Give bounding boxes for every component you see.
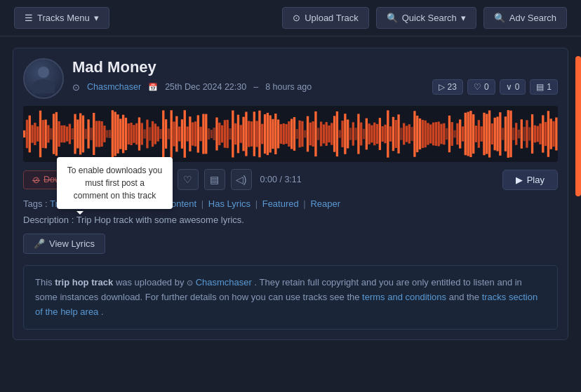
comment-icon: ▤ [536,82,544,92]
comment-btn-icon: ▤ [210,174,219,185]
tag-sep-3: | [201,198,203,209]
waveform-canvas[interactable] [23,106,558,162]
comment-button[interactable]: ▤ [204,169,225,190]
lyrics-icon: 🎤 [34,238,45,249]
tag-sep-4: | [255,198,258,209]
plays-badge: ▷ 23 [432,79,463,95]
tag-lyrics[interactable]: Has Lyrics [208,198,251,209]
copyright-user-link[interactable]: Chasmchaser [196,277,252,288]
downloads-badge: ∨ 0 [500,79,526,95]
time-display: 0:00 / 3:11 [260,175,302,184]
upload-track-button[interactable]: ⊙ Upload Track [282,7,369,29]
user-icon: ⊙ [72,82,80,93]
play-icon: ▷ [439,82,445,92]
likes-count: 0 [484,82,489,92]
copyright-text-5: . [101,306,104,317]
track-title: Mad Money [72,58,558,76]
time-current: 0:00 [260,175,277,184]
tags-prefix: Tags : [23,198,50,209]
copyright-text-2: was uploaded by [116,277,187,288]
adv-search-icon: 🔍 [494,13,505,23]
view-lyrics-button[interactable]: 🎤 View Lyrics [23,234,105,254]
adv-search-button[interactable]: 🔍 Adv Search [483,7,567,29]
tag-featured[interactable]: Featured [262,198,299,209]
track-date: 25th Dec 2024 22:30 [165,82,246,92]
volume-button[interactable]: ◁) [231,169,252,190]
likes-badge: ♡ 0 [467,79,495,95]
track-stats: ▷ 23 ♡ 0 ∨ 0 ▤ 1 [432,79,558,95]
heart-btn-icon: ♡ [183,174,192,185]
plays-count: 23 [448,82,457,92]
chevron-down-icon-search: ▾ [461,13,466,23]
copyright-text-1: This [35,277,55,288]
terms-conditions-link[interactable]: terms and conditions [362,292,446,302]
hamburger-icon: ☰ [25,13,33,23]
download-icon: ∨ [506,82,512,92]
heart-icon: ♡ [474,82,481,92]
tag-sep-5: | [303,198,305,209]
download-tooltip: To enable downloads you must first post … [57,157,173,209]
track-avatar [23,58,64,99]
comments-count: 1 [547,82,552,92]
tracks-menu-label: Tracks Menu [37,13,90,23]
track-header: Mad Money ⊙ Chasmchaser 📅 25th Dec 2024 … [23,58,558,99]
scroll-indicator[interactable] [575,56,581,196]
track-separator: – [253,82,258,92]
adv-search-label: Adv Search [509,13,556,23]
track-meta: ⊙ Chasmchaser 📅 25th Dec 2024 22:30 – 8 … [72,79,558,95]
play-button[interactable]: ▶ Play [502,170,558,190]
track-card: To enable downloads you must first post … [13,48,568,340]
calendar-icon: 📅 [148,83,158,92]
volume-icon: ◁) [236,174,247,185]
downloads-count: 0 [515,82,520,92]
track-description: Description : Trip Hop track with some a… [23,215,558,225]
download-btn-icon: ⊘ [32,175,40,185]
tooltip-text: To enable downloads you must first post … [67,165,162,201]
chevron-down-icon: ▾ [94,13,99,23]
copyright-box: This trip hop track was uploaded by ⊙ Ch… [23,265,558,330]
track-info: Mad Money ⊙ Chasmchaser 📅 25th Dec 2024 … [72,58,558,95]
track-user-link[interactable]: Chasmchaser [87,82,141,92]
tag-reaper[interactable]: Reaper [310,198,340,209]
avatar-image [25,60,62,97]
upload-label: Upload Track [305,13,359,23]
quick-search-button[interactable]: 🔍 Quick Search ▾ [376,7,476,29]
quick-search-label: Quick Search [402,13,457,23]
copyright-user-icon: ⊙ [187,278,193,287]
track-time-ago: 8 hours ago [265,82,312,92]
copyright-bold: trip hop track [55,277,113,288]
tracks-menu-button[interactable]: ☰ Tracks Menu ▾ [14,7,109,29]
main-content: To enable downloads you must first post … [0,36,581,351]
play-btn-icon: ▶ [516,175,523,185]
comments-badge: ▤ 1 [530,79,558,95]
upload-icon: ⊙ [293,13,300,23]
header-right-buttons: ⊙ Upload Track 🔍 Quick Search ▾ 🔍 Adv Se… [282,7,567,29]
play-label: Play [527,175,545,185]
search-icon: 🔍 [387,13,398,23]
heart-button[interactable]: ♡ [178,169,199,190]
view-lyrics-label: View Lyrics [49,238,95,249]
header: ☰ Tracks Menu ▾ ⊙ Upload Track 🔍 Quick S… [0,0,581,36]
waveform[interactable] [23,106,558,162]
time-total: 3:11 [284,175,301,184]
copyright-text-4: and the [449,292,482,302]
